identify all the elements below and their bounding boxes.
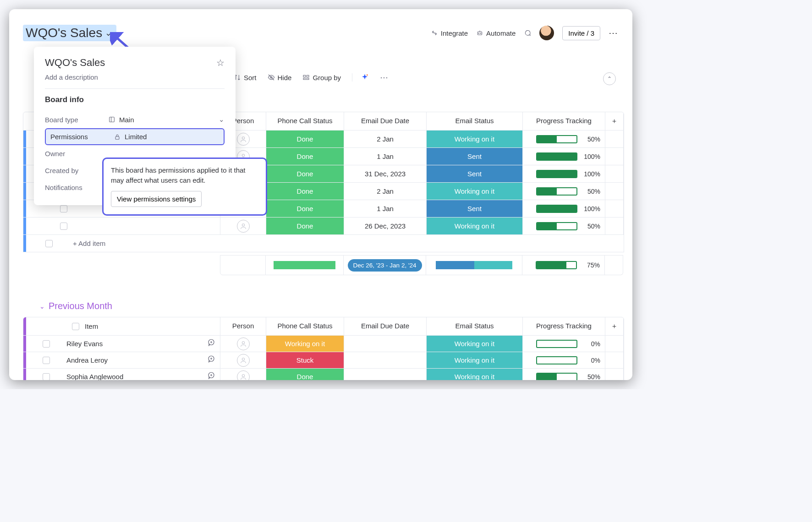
- cell-progress[interactable]: 100%: [523, 148, 605, 165]
- add-column-button[interactable]: ＋: [605, 317, 624, 335]
- cell-person[interactable]: [220, 336, 266, 352]
- cell-email-status[interactable]: Working on it: [427, 218, 523, 234]
- cell-item[interactable]: [23, 218, 220, 234]
- summary-daterange: Dec 26, '23 - Jan 2, '24: [344, 255, 426, 275]
- description-input[interactable]: Add a description: [45, 73, 225, 81]
- add-comment-button[interactable]: [207, 355, 215, 365]
- cell-phone-status[interactable]: Done: [266, 369, 344, 380]
- select-all-checkbox[interactable]: [72, 323, 79, 330]
- cell-progress[interactable]: 100%: [523, 165, 605, 182]
- column-person[interactable]: Person: [220, 317, 266, 335]
- view-permissions-button[interactable]: View permissions settings: [111, 191, 202, 207]
- table-row[interactable]: Done 26 Dec, 2023 Working on it 50%: [23, 218, 624, 235]
- cell-due-date[interactable]: [344, 369, 427, 380]
- column-email-status[interactable]: Email Status: [427, 112, 523, 130]
- cell-email-status[interactable]: Working on it: [427, 183, 523, 200]
- cell-email-status[interactable]: Sent: [427, 148, 523, 165]
- group-previous-month-toggle[interactable]: ⌄ Previous Month: [39, 301, 624, 311]
- cell-phone-status[interactable]: Done: [266, 218, 344, 234]
- cell-progress[interactable]: 100%: [523, 200, 605, 217]
- column-phone-status[interactable]: Phone Call Status: [266, 112, 344, 130]
- collapse-toolbar-button[interactable]: ⌃: [603, 72, 616, 85]
- add-column-button[interactable]: ＋: [605, 112, 624, 130]
- cell-email-status[interactable]: Sent: [427, 200, 523, 217]
- cell-progress[interactable]: 50%: [523, 183, 605, 200]
- avatar[interactable]: [539, 26, 554, 40]
- group-color-strip: [23, 352, 26, 368]
- cell-item[interactable]: Riley Evans: [23, 336, 220, 352]
- cell-due-date[interactable]: 26 Dec, 2023: [344, 218, 427, 234]
- chat-button[interactable]: [524, 29, 531, 37]
- item-name: Andrea Leroy: [66, 356, 108, 364]
- toolbar-more-button[interactable]: ⋯: [380, 72, 389, 82]
- cell-due-date[interactable]: 1 Jan: [344, 200, 427, 217]
- board-type-row[interactable]: Board type Main ⌄: [45, 111, 225, 128]
- cell-due-date[interactable]: 2 Jan: [344, 130, 427, 147]
- cell-phone-status[interactable]: Done: [266, 183, 344, 200]
- svg-rect-12: [115, 136, 119, 139]
- row-checkbox[interactable]: [60, 205, 67, 212]
- cell-person[interactable]: [220, 369, 266, 380]
- row-checkbox[interactable]: [43, 373, 50, 381]
- cell-due-date[interactable]: 2 Jan: [344, 183, 427, 200]
- table-row[interactable]: Andrea Leroy Stuck Working on it 0%: [23, 352, 624, 369]
- cell-progress[interactable]: 50%: [523, 369, 605, 380]
- row-checkbox[interactable]: [43, 357, 50, 364]
- permissions-tooltip: This board has permissions applied to it…: [102, 158, 267, 216]
- column-phone-status[interactable]: Phone Call Status: [266, 317, 344, 335]
- summary-email: [426, 255, 522, 275]
- cell-email-status[interactable]: Working on it: [427, 336, 523, 352]
- hide-button[interactable]: Hide: [268, 74, 292, 82]
- cell-email-status[interactable]: Working on it: [427, 352, 523, 368]
- favorite-button[interactable]: ☆: [216, 57, 225, 68]
- group-color-strip: [23, 165, 26, 182]
- cell-item[interactable]: Andrea Leroy: [23, 352, 220, 368]
- group-color-strip: [23, 183, 26, 200]
- automate-button[interactable]: Automate: [476, 29, 516, 37]
- row-checkbox[interactable]: [45, 240, 53, 247]
- table-row[interactable]: Sophia Anglewood Done Working on it 50%: [23, 369, 624, 380]
- add-comment-button[interactable]: [207, 338, 215, 349]
- sort-button[interactable]: Sort: [234, 74, 257, 82]
- add-comment-button[interactable]: [207, 371, 215, 380]
- column-email-status[interactable]: Email Status: [427, 317, 523, 335]
- cell-phone-status[interactable]: Done: [266, 200, 344, 217]
- cell-due-date[interactable]: [344, 336, 427, 352]
- cell-progress[interactable]: 50%: [523, 218, 605, 234]
- cell-email-status[interactable]: Working on it: [427, 130, 523, 147]
- svg-point-2: [480, 33, 481, 33]
- row-checkbox[interactable]: [60, 223, 67, 230]
- cell-progress[interactable]: 0%: [523, 352, 605, 368]
- permissions-row[interactable]: Permissions Limited: [45, 128, 225, 145]
- cell-progress[interactable]: 0%: [523, 336, 605, 352]
- cell-due-date[interactable]: 31 Dec, 2023: [344, 165, 427, 182]
- column-email-due[interactable]: Email Due Date: [344, 317, 427, 335]
- cell-phone-status[interactable]: Working on it: [266, 336, 344, 352]
- cell-phone-status[interactable]: Done: [266, 148, 344, 165]
- sparkle-button[interactable]: [352, 73, 369, 82]
- person-icon: [237, 370, 250, 381]
- cell-phone-status[interactable]: Stuck: [266, 352, 344, 368]
- add-item-row[interactable]: + Add item: [23, 235, 624, 252]
- more-menu-button[interactable]: ⋯: [609, 27, 619, 38]
- column-email-due[interactable]: Email Due Date: [344, 112, 427, 130]
- cell-email-status[interactable]: Sent: [427, 165, 523, 182]
- column-progress[interactable]: Progress Tracking: [523, 112, 605, 130]
- cell-email-status[interactable]: Working on it: [427, 369, 523, 380]
- column-progress[interactable]: Progress Tracking: [523, 317, 605, 335]
- groupby-button[interactable]: Group by: [302, 74, 341, 82]
- column-item[interactable]: Item: [23, 317, 220, 335]
- cell-progress[interactable]: 50%: [523, 130, 605, 147]
- invite-button[interactable]: Invite / 3: [562, 26, 600, 40]
- cell-item[interactable]: Sophia Anglewood: [23, 369, 220, 380]
- cell-due-date[interactable]: 1 Jan: [344, 148, 427, 165]
- integrate-button[interactable]: Integrate: [431, 29, 468, 37]
- cell-due-date[interactable]: [344, 352, 427, 368]
- cell-phone-status[interactable]: Done: [266, 165, 344, 182]
- table-row[interactable]: Riley Evans Working on it Working on it …: [23, 336, 624, 352]
- board-title-dropdown[interactable]: WQO's Sales ⌄: [23, 25, 116, 41]
- cell-person[interactable]: [220, 218, 266, 234]
- cell-phone-status[interactable]: Done: [266, 130, 344, 147]
- cell-person[interactable]: [220, 352, 266, 368]
- row-checkbox[interactable]: [43, 340, 50, 348]
